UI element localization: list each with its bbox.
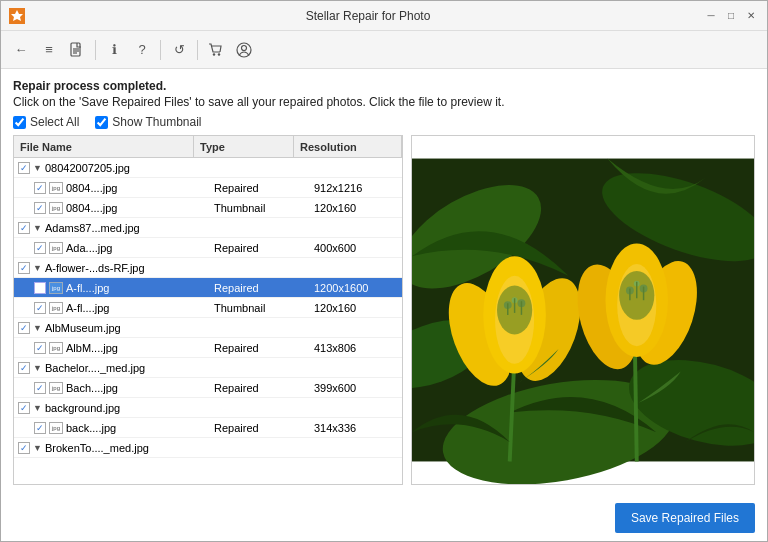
window-title: Stellar Repair for Photo xyxy=(33,9,703,23)
show-thumbnail-checkbox-label[interactable]: Show Thumbnail xyxy=(95,115,201,129)
maximize-button[interactable]: □ xyxy=(723,8,739,24)
back-button[interactable]: ← xyxy=(9,38,33,62)
tree-row[interactable]: ✓ ▼ A-flower-...ds-RF.jpg xyxy=(14,258,402,278)
row-checkbox[interactable]: ✓ xyxy=(18,322,30,334)
row-name: ✓ jpg 0804....jpg xyxy=(30,182,210,194)
row-name: ✓ jpg Bach....jpg xyxy=(30,382,210,394)
refresh-button[interactable]: ↺ xyxy=(167,38,191,62)
main-window: Stellar Repair for Photo ─ □ ✕ ← ≡ ℹ ? ↺ xyxy=(0,0,768,542)
row-name: ✓ ▼ 08042007205.jpg xyxy=(14,162,194,174)
minimize-button[interactable]: ─ xyxy=(703,8,719,24)
row-checkbox[interactable]: ✓ xyxy=(34,422,46,434)
svg-marker-0 xyxy=(11,10,23,21)
file-icon: jpg xyxy=(49,302,63,314)
status-line1: Repair process completed. xyxy=(13,79,755,93)
svg-line-27 xyxy=(635,339,637,461)
row-name: ✓ jpg 0804....jpg xyxy=(30,202,210,214)
app-icon xyxy=(9,8,25,24)
row-name: ✓ ▼ BrokenTo...._med.jpg xyxy=(14,442,194,454)
file-button[interactable] xyxy=(65,38,89,62)
select-all-checkbox[interactable] xyxy=(13,116,26,129)
toolbar: ← ≡ ℹ ? ↺ xyxy=(1,31,767,69)
info-button[interactable]: ℹ xyxy=(102,38,126,62)
close-button[interactable]: ✕ xyxy=(743,8,759,24)
row-checkbox[interactable]: ✓ xyxy=(18,362,30,374)
tree-row[interactable]: ✓ ▼ Bachelor...._med.jpg xyxy=(14,358,402,378)
row-checkbox[interactable]: ✓ xyxy=(18,162,30,174)
row-checkbox[interactable]: ✓ xyxy=(18,222,30,234)
row-checkbox[interactable]: ✓ xyxy=(34,182,46,194)
account-button[interactable] xyxy=(232,38,256,62)
tree-row[interactable]: ✓ ▼ BrokenTo...._med.jpg xyxy=(14,438,402,458)
row-type: Repaired xyxy=(210,282,310,294)
file-icon: jpg xyxy=(49,422,63,434)
tree-row[interactable]: ✓ jpg 0804....jpg Thumbnail 120x160 xyxy=(14,198,402,218)
tree-row[interactable]: ✓ jpg A-fl....jpg Repaired 1200x1600 xyxy=(14,278,402,298)
row-resolution: 399x600 xyxy=(310,382,402,394)
row-name: ✓ ▼ Adams87...med.jpg xyxy=(14,222,194,234)
table-body[interactable]: ✓ ▼ 08042007205.jpg ✓ jpg 0804....jpg xyxy=(14,158,402,484)
chevron-icon: ▼ xyxy=(33,323,42,333)
status-line2: Click on the 'Save Repaired Files' to sa… xyxy=(13,95,755,109)
tree-row[interactable]: ✓ ▼ 08042007205.jpg xyxy=(14,158,402,178)
window-controls: ─ □ ✕ xyxy=(703,8,759,24)
row-checkbox[interactable]: ✓ xyxy=(34,282,46,294)
row-name: ✓ jpg AlbM....jpg xyxy=(30,342,210,354)
tree-row[interactable]: ✓ ▼ background.jpg xyxy=(14,398,402,418)
tree-row[interactable]: ✓ ▼ AlbMuseum.jpg xyxy=(14,318,402,338)
show-thumbnail-checkbox[interactable] xyxy=(95,116,108,129)
row-type: Repaired xyxy=(210,422,310,434)
col-header-resolution: Resolution xyxy=(294,136,402,157)
options-bar: Select All Show Thumbnail xyxy=(13,115,755,129)
select-all-label: Select All xyxy=(30,115,79,129)
menu-button[interactable]: ≡ xyxy=(37,38,61,62)
table-header: File Name Type Resolution xyxy=(14,136,402,158)
help-button[interactable]: ? xyxy=(130,38,154,62)
row-checkbox[interactable]: ✓ xyxy=(34,202,46,214)
tree-row[interactable]: ✓ jpg A-fl....jpg Thumbnail 120x160 xyxy=(14,298,402,318)
row-checkbox[interactable]: ✓ xyxy=(18,262,30,274)
svg-point-8 xyxy=(242,45,247,50)
cart-button[interactable] xyxy=(204,38,228,62)
row-checkbox[interactable]: ✓ xyxy=(18,402,30,414)
row-checkbox[interactable]: ✓ xyxy=(34,382,46,394)
col-header-type: Type xyxy=(194,136,294,157)
tree-row[interactable]: ✓ jpg Ada....jpg Repaired 400x600 xyxy=(14,238,402,258)
row-type: Repaired xyxy=(210,242,310,254)
svg-point-5 xyxy=(213,53,215,55)
tree-row[interactable]: ✓ jpg back....jpg Repaired 314x336 xyxy=(14,418,402,438)
row-type: Repaired xyxy=(210,382,310,394)
file-icon: jpg xyxy=(49,182,63,194)
file-icon: jpg xyxy=(49,202,63,214)
row-type: Thumbnail xyxy=(210,202,310,214)
show-thumbnail-label: Show Thumbnail xyxy=(112,115,201,129)
title-bar: Stellar Repair for Photo ─ □ ✕ xyxy=(1,1,767,31)
save-repaired-files-button[interactable]: Save Repaired Files xyxy=(615,503,755,533)
tree-row[interactable]: ✓ jpg Bach....jpg Repaired 399x600 xyxy=(14,378,402,398)
row-resolution: 912x1216 xyxy=(310,182,402,194)
separator-3 xyxy=(197,40,198,60)
row-checkbox[interactable]: ✓ xyxy=(34,302,46,314)
chevron-icon: ▼ xyxy=(33,403,42,413)
tree-row[interactable]: ✓ jpg AlbM....jpg Repaired 413x806 xyxy=(14,338,402,358)
row-name: ✓ ▼ A-flower-...ds-RF.jpg xyxy=(14,262,194,274)
status-message: Repair process completed. Click on the '… xyxy=(13,79,755,109)
row-checkbox[interactable]: ✓ xyxy=(18,442,30,454)
file-table: File Name Type Resolution ✓ ▼ 0804200720… xyxy=(13,135,403,485)
tree-row[interactable]: ✓ jpg 0804....jpg Repaired 912x1216 xyxy=(14,178,402,198)
file-icon: jpg xyxy=(49,282,63,294)
select-all-checkbox-label[interactable]: Select All xyxy=(13,115,79,129)
content-area: Repair process completed. Click on the '… xyxy=(1,69,767,495)
chevron-icon: ▼ xyxy=(33,363,42,373)
row-type: Repaired xyxy=(210,182,310,194)
file-icon: jpg xyxy=(49,342,63,354)
main-panel: File Name Type Resolution ✓ ▼ 0804200720… xyxy=(13,135,755,485)
svg-point-6 xyxy=(218,53,220,55)
footer: Save Repaired Files xyxy=(1,495,767,541)
row-checkbox[interactable]: ✓ xyxy=(34,242,46,254)
row-name: ✓ ▼ background.jpg xyxy=(14,402,194,414)
row-checkbox[interactable]: ✓ xyxy=(34,342,46,354)
row-name: ✓ jpg back....jpg xyxy=(30,422,210,434)
tree-row[interactable]: ✓ ▼ Adams87...med.jpg xyxy=(14,218,402,238)
separator-2 xyxy=(160,40,161,60)
